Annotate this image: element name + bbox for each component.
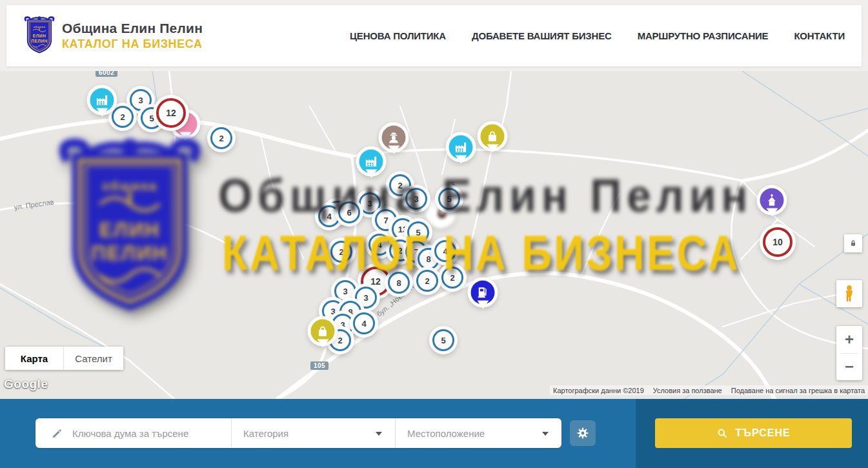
lock-button[interactable]: [844, 234, 862, 252]
location-dropdown[interactable]: Местоположение: [395, 418, 561, 448]
search-submit-button[interactable]: ТЪРСЕНЕ: [655, 418, 852, 448]
svg-text:ПЕЛИН: ПЕЛИН: [31, 39, 48, 43]
cluster-marker[interactable]: 3: [334, 280, 356, 302]
map-type-map-button[interactable]: Карта: [5, 347, 63, 370]
cluster-marker[interactable]: 2: [416, 270, 438, 292]
cluster-marker[interactable]: 8: [388, 272, 410, 294]
cluster-marker[interactable]: 2: [441, 267, 463, 289]
brand-subtitle: КАТАЛОГ НА БИЗНЕСА: [62, 37, 203, 51]
nav-add-your-business[interactable]: ДОБАВЕТЕ ВАШИЯТ БИЗНЕС: [472, 30, 612, 41]
category-dropdown[interactable]: Категория: [231, 418, 395, 448]
keyword-section: [35, 418, 231, 448]
category-dropdown-value: Категория: [243, 428, 288, 439]
cluster-marker[interactable]: 10: [763, 227, 792, 257]
cluster-marker[interactable]: 4: [368, 234, 390, 256]
cluster-marker[interactable]: 6: [338, 201, 360, 223]
google-map[interactable]: ул. Преславбул. „Новоселци6002105 325122…: [0, 71, 868, 399]
cluster-marker[interactable]: 4: [434, 240, 456, 262]
cluster-marker[interactable]: 4: [318, 205, 340, 227]
cluster-marker[interactable]: 2: [112, 106, 134, 128]
cluster-marker[interactable]: 2: [210, 127, 232, 149]
map-type-satellite-button[interactable]: Сателит: [63, 347, 123, 370]
map-type-control: Карта Сателит: [5, 347, 123, 370]
factory-pin-marker[interactable]: [90, 88, 114, 112]
nav-contacts[interactable]: КОНТАКТИ: [794, 30, 845, 41]
main-nav: ЦЕНОВА ПОЛИТИКА ДОБАВЕТЕ ВАШИЯТ БИЗНЕС М…: [350, 30, 845, 41]
cluster-marker[interactable]: 5: [407, 221, 429, 243]
lock-icon: [848, 238, 858, 249]
cluster-marker[interactable]: 2: [330, 241, 352, 263]
header: община ЕЛИН ПЕЛИН Община Елин Пелин КАТА…: [6, 5, 862, 66]
church-pin-marker[interactable]: [760, 188, 784, 212]
municipality-crest-logo: община ЕЛИН ПЕЛИН: [23, 15, 56, 56]
attribution-report-error-link[interactable]: Подаване на сигнал за грешка в картата: [731, 387, 865, 394]
svg-text:ЕЛИН: ЕЛИН: [33, 34, 46, 38]
pegman-control[interactable]: [836, 280, 862, 307]
search-icon: [716, 427, 729, 440]
cluster-marker[interactable]: 3: [359, 192, 381, 214]
cluster-marker[interactable]: 4: [353, 312, 375, 334]
pencil-icon: [51, 427, 63, 440]
cluster-marker[interactable]: 12: [156, 98, 186, 128]
attribution-copyright: Картографски данни ©2019: [553, 387, 644, 394]
brand-logo-link[interactable]: община ЕЛИН ПЕЛИН Община Елин Пелин КАТА…: [23, 15, 203, 56]
cluster-marker[interactable]: 3: [405, 188, 427, 210]
search-bar: Категория Местоположение: [0, 399, 868, 468]
bag-pin-marker[interactable]: [481, 125, 505, 148]
google-logo[interactable]: Google: [4, 377, 48, 391]
attribution-terms-link[interactable]: Условия за ползване: [653, 387, 722, 394]
location-dropdown-value: Местоположение: [407, 428, 485, 439]
factory-pin-marker[interactable]: [449, 136, 473, 159]
bag-pin-marker[interactable]: [311, 320, 335, 343]
nav-route-schedule[interactable]: МАРШРУТНО РАЗПИСАНИЕ: [638, 30, 769, 41]
search-submit-label: ТЪРСЕНЕ: [735, 427, 790, 439]
fuel-pin-marker[interactable]: [471, 281, 495, 305]
map-attribution: Картографски данни ©2019 Условия за полз…: [550, 385, 868, 395]
worker-pin-marker[interactable]: [382, 126, 406, 150]
advanced-settings-button[interactable]: [570, 420, 596, 446]
chevron-down-icon: [376, 432, 382, 439]
cluster-marker[interactable]: 5: [432, 329, 454, 351]
pegman-icon: [842, 285, 857, 303]
search-fields-group: Категория Местоположение: [35, 418, 561, 448]
svg-text:община: община: [34, 25, 46, 28]
chevron-down-icon: [542, 432, 549, 439]
keyword-search-input[interactable]: [72, 428, 214, 439]
gear-icon: [576, 426, 590, 440]
nav-pricing-policy[interactable]: ЦЕНОВА ПОЛИТИКА: [350, 30, 446, 41]
map-markers-layer: 325122 2 10352346713524278422128 3338342…: [0, 71, 868, 399]
cluster-marker[interactable]: 5: [438, 188, 460, 210]
brand-text: Община Елин Пелин КАТАЛОГ НА БИЗНЕСА: [62, 21, 203, 51]
brand-title: Община Елин Пелин: [62, 21, 203, 36]
factory-pin-marker[interactable]: [359, 150, 383, 174]
